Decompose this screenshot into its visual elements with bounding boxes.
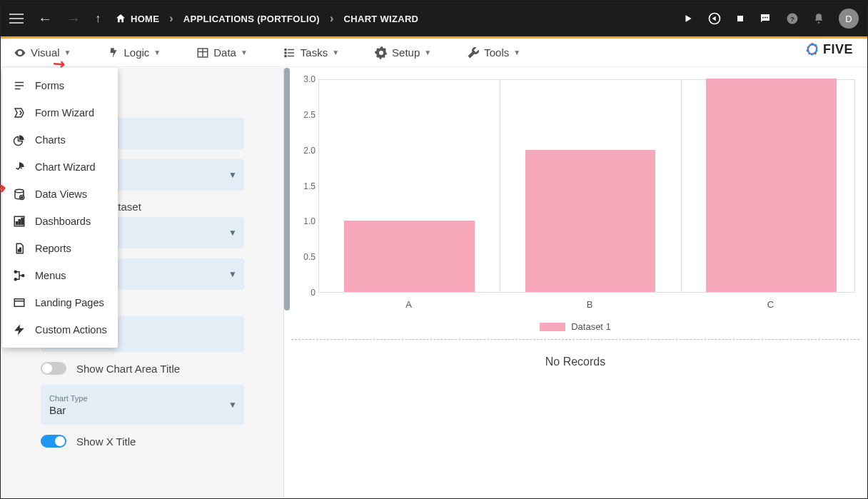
help-icon[interactable]: ?: [786, 12, 799, 25]
breadcrumb-home[interactable]: HOME: [115, 13, 159, 24]
svg-point-2: [762, 17, 764, 19]
chat-icon[interactable]: [759, 12, 772, 25]
custom-actions-icon: [12, 323, 26, 337]
menu-logic[interactable]: Logic ▼: [107, 46, 161, 59]
menu-item-label: Chart Wizard: [35, 161, 96, 173]
visual-menu-dashboards[interactable]: Dashboards: [2, 208, 118, 235]
svg-rect-25: [19, 220, 20, 225]
svg-rect-32: [14, 299, 24, 307]
divider: [291, 339, 859, 340]
gear-icon: [375, 46, 388, 59]
bell-icon[interactable]: [813, 13, 824, 24]
caret-down-icon: ▼: [153, 49, 161, 56]
left-panel: ▼ ataset ▼ ▼ Chart Area Chart Area Title…: [1, 68, 283, 498]
y-tick: 2.5: [294, 110, 316, 120]
svg-rect-1: [737, 16, 743, 21]
forms-icon: [12, 79, 26, 93]
caret-down-icon: ▼: [513, 49, 520, 56]
menubar: Visual ▼ Logic ▼ Data ▼ Tasks ▼ Setup ▼ …: [1, 39, 867, 67]
logo: FIVE: [804, 41, 853, 57]
visual-menu-reports[interactable]: Reports: [2, 235, 118, 262]
chevron-down-icon: ▼: [228, 400, 237, 410]
visual-dropdown: FormsForm WizardChartsChart WizardData V…: [2, 68, 118, 348]
menu-item-label: Dashboards: [35, 216, 91, 227]
legend-label: Dataset 1: [571, 321, 611, 332]
svg-rect-26: [21, 218, 23, 225]
topbar: ← → ↑ HOME › APPLICATIONS (PORTFOLIO) › …: [1, 1, 867, 36]
svg-point-3: [764, 17, 766, 19]
home-icon: [115, 13, 126, 24]
menu-tools[interactable]: Tools ▼: [467, 46, 520, 59]
caret-down-icon: ▼: [332, 49, 339, 56]
deploy-icon[interactable]: [707, 11, 722, 26]
chevron-right-icon: ›: [169, 12, 173, 25]
nav-back[interactable]: ←: [38, 11, 52, 27]
stop-icon[interactable]: [736, 14, 745, 23]
toggle-label: Show Chart Area Title: [76, 363, 180, 375]
avatar[interactable]: D: [839, 9, 859, 29]
toggle-show-chart-area-title[interactable]: [41, 362, 66, 375]
topbar-right: ? D: [683, 9, 859, 29]
logo-icon: [804, 41, 820, 57]
form-wizard-icon: [12, 106, 26, 120]
dashboards-icon: [12, 214, 26, 228]
menu-item-label: Landing Pages: [35, 297, 104, 308]
menus-icon: [12, 268, 26, 283]
x-label: C: [767, 299, 774, 310]
menu-setup[interactable]: Setup ▼: [375, 46, 431, 59]
menu-item-label: Form Wizard: [35, 107, 94, 119]
svg-point-22: [21, 196, 23, 198]
scrollbar[interactable]: [284, 68, 290, 311]
svg-rect-27: [19, 250, 20, 252]
menu-visual[interactable]: Visual ▼: [14, 46, 71, 59]
visual-menu-chart-wizard[interactable]: Chart Wizard: [2, 153, 118, 181]
caret-down-icon: ▼: [64, 49, 71, 56]
menu-tasks[interactable]: Tasks ▼: [283, 46, 339, 59]
y-tick: 3.0: [294, 74, 316, 84]
svg-point-16: [285, 55, 286, 56]
section-dataset: ataset: [112, 201, 244, 213]
menu-data[interactable]: Data ▼: [196, 46, 248, 59]
charts-icon: [12, 133, 26, 147]
svg-point-15: [285, 51, 286, 53]
visual-menu-data-views[interactable]: Data Views: [2, 181, 118, 208]
svg-text:?: ?: [790, 15, 794, 23]
svg-point-4: [767, 17, 768, 19]
eye-icon: [14, 46, 26, 59]
bar-A: [344, 221, 474, 292]
chevron-down-icon: ▼: [228, 269, 237, 279]
svg-point-20: [15, 189, 24, 193]
chart-wizard-icon: [12, 160, 26, 174]
bar-C: [706, 79, 836, 292]
y-tick: 0.5: [294, 252, 316, 262]
visual-menu-form-wizard[interactable]: Form Wizard: [2, 99, 118, 126]
svg-point-31: [22, 275, 24, 277]
menu-item-label: Data Views: [35, 188, 87, 200]
svg-point-14: [285, 49, 286, 50]
toggle-label: Show X Title: [76, 435, 136, 448]
menu-item-label: Reports: [35, 243, 71, 254]
y-tick: 1.0: [294, 216, 316, 226]
chevron-right-icon: ›: [330, 12, 334, 25]
play-icon[interactable]: [683, 14, 693, 24]
nav-up[interactable]: ↑: [95, 12, 101, 25]
visual-menu-forms[interactable]: Forms: [2, 72, 118, 99]
chevron-down-icon: ▼: [228, 170, 237, 180]
visual-menu-custom-actions[interactable]: Custom Actions: [2, 316, 118, 343]
caret-down-icon: ▼: [241, 49, 248, 56]
chart-type-select[interactable]: Chart Type Bar ▼: [41, 385, 244, 425]
landing-pages-icon: [12, 296, 26, 310]
breadcrumb-apps[interactable]: APPLICATIONS (PORTFOLIO): [183, 14, 320, 24]
svg-rect-28: [20, 248, 21, 251]
breadcrumb-chartwizard[interactable]: CHART WIZARD: [344, 14, 419, 24]
breadcrumb-label: HOME: [131, 14, 159, 24]
visual-menu-landing-pages[interactable]: Landing Pages: [2, 289, 118, 316]
svg-point-7: [19, 51, 21, 54]
menu-toggle[interactable]: [9, 14, 24, 24]
menu-item-label: Menus: [35, 270, 66, 281]
reports-icon: [12, 241, 26, 256]
visual-menu-charts[interactable]: Charts: [2, 126, 118, 153]
wrench-icon: [467, 46, 480, 59]
toggle-show-x-title[interactable]: [41, 435, 66, 448]
visual-menu-menus[interactable]: Menus: [2, 262, 118, 289]
